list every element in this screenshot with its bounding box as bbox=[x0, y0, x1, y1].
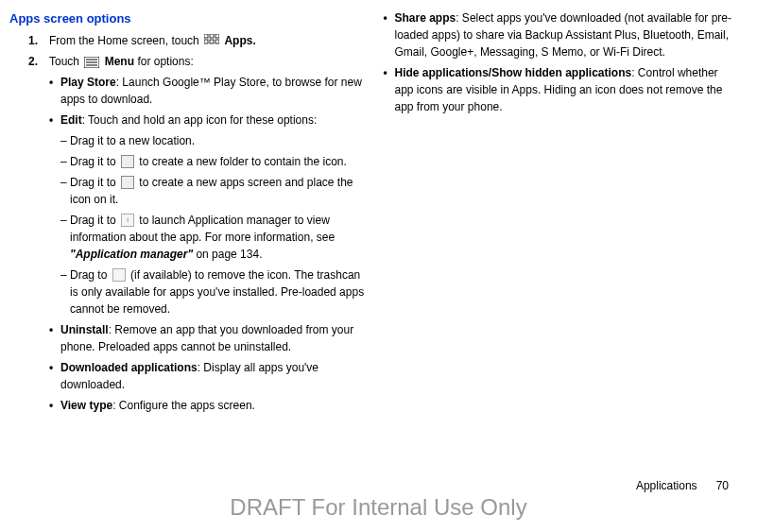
bullet-dot: • bbox=[49, 397, 60, 414]
edit-label: Edit bbox=[60, 113, 82, 127]
step-number: 2. bbox=[28, 53, 49, 70]
bullet-text: Play Store: Launch Google™ Play Store, t… bbox=[60, 74, 365, 108]
bullet-dot: • bbox=[384, 64, 395, 115]
trash-icon bbox=[112, 268, 126, 282]
shareapps-label: Share apps bbox=[395, 11, 456, 25]
bullet-hideapps: • Hide applications/Show hidden applicat… bbox=[384, 64, 739, 115]
app-manager-ref: "Application manager" bbox=[70, 248, 193, 261]
viewtype-text: : Configure the apps screen. bbox=[112, 399, 255, 412]
svg-rect-1 bbox=[210, 34, 214, 38]
svg-rect-2 bbox=[215, 34, 219, 38]
menu-label: Menu bbox=[105, 55, 134, 68]
bullet-dot: • bbox=[49, 321, 60, 355]
right-column: • Share apps: Select apps you've downloa… bbox=[384, 9, 739, 418]
section-title: Apps screen options bbox=[9, 9, 365, 28]
bullet-text: Uninstall: Remove an app that you downlo… bbox=[60, 321, 365, 355]
edit-text: : Touch and hold an app icon for these o… bbox=[82, 113, 318, 127]
step2-prefix: Touch bbox=[49, 55, 82, 68]
page-icon bbox=[121, 176, 134, 189]
bullet-play-store: • Play Store: Launch Google™ Play Store,… bbox=[49, 74, 365, 108]
svg-rect-5 bbox=[215, 40, 219, 43]
sub-text: Drag it to i to launch Application manag… bbox=[70, 212, 365, 263]
sub-dash: – bbox=[60, 266, 70, 317]
bullet-text: Share apps: Select apps you've downloade… bbox=[395, 9, 739, 60]
sub-dash: – bbox=[60, 174, 70, 208]
svg-rect-4 bbox=[210, 40, 214, 43]
folder-icon bbox=[121, 155, 134, 168]
downloaded-label: Downloaded applications bbox=[60, 361, 198, 374]
playstore-label: Play Store bbox=[60, 76, 116, 89]
svg-rect-0 bbox=[204, 34, 208, 38]
apps-label: Apps. bbox=[224, 34, 255, 47]
apps-grid-icon bbox=[204, 34, 219, 47]
sub-drag-app-manager: – Drag it to i to launch Application man… bbox=[60, 212, 365, 263]
bullet-dot: • bbox=[49, 359, 60, 393]
step-2: 2. Touch Menu for options: bbox=[28, 53, 365, 70]
watermark: DRAFT For Internal Use Only bbox=[0, 490, 757, 524]
sub-text: Drag to (if available) to remove the ico… bbox=[70, 266, 365, 317]
sub-drag-new-location: – Drag it to a new location. bbox=[60, 132, 365, 149]
info-icon: i bbox=[121, 214, 134, 227]
sub-drag-new-screen: – Drag it to to create a new apps screen… bbox=[60, 174, 365, 208]
left-column: Apps screen options 1. From the Home scr… bbox=[9, 9, 365, 418]
sub-text: Drag it to to create a new apps screen a… bbox=[70, 174, 365, 208]
step-1: 1. From the Home screen, touch Apps. bbox=[28, 32, 365, 49]
step1-prefix: From the Home screen, touch bbox=[49, 34, 202, 47]
sub-drag-folder: – Drag it to to create a new folder to c… bbox=[60, 153, 365, 170]
sub-text: Drag it to a new location. bbox=[70, 132, 365, 149]
bullet-edit: • Edit: Touch and hold an app icon for t… bbox=[49, 112, 365, 129]
sub-drag-trash: – Drag to (if available) to remove the i… bbox=[60, 266, 365, 317]
uninstall-label: Uninstall bbox=[60, 323, 109, 336]
step2-suffix: for options: bbox=[134, 55, 194, 68]
bullet-dot: • bbox=[49, 74, 60, 108]
bullet-text: View type: Configure the apps screen. bbox=[60, 397, 365, 414]
hideapps-label: Hide applications/Show hidden applicatio… bbox=[395, 66, 632, 79]
sub4d: on page 134. bbox=[193, 248, 262, 261]
step-text: Touch Menu for options: bbox=[49, 53, 365, 70]
svg-rect-3 bbox=[204, 40, 208, 43]
bullet-uninstall: • Uninstall: Remove an app that you down… bbox=[49, 321, 365, 355]
bullet-text: Hide applications/Show hidden applicatio… bbox=[395, 64, 739, 115]
sub-text: Drag it to to create a new folder to con… bbox=[70, 153, 365, 170]
menu-icon bbox=[84, 56, 99, 67]
sub5a: Drag to bbox=[70, 268, 111, 282]
bullet-text: Edit: Touch and hold an app icon for the… bbox=[60, 112, 365, 129]
bullet-viewtype: • View type: Configure the apps screen. bbox=[49, 397, 365, 414]
step-text: From the Home screen, touch Apps. bbox=[49, 32, 365, 49]
sub3a: Drag it to bbox=[70, 176, 119, 189]
viewtype-label: View type bbox=[60, 399, 112, 412]
bullet-shareapps: • Share apps: Select apps you've downloa… bbox=[384, 9, 739, 60]
sub-dash: – bbox=[60, 153, 70, 170]
bullet-dot: • bbox=[49, 112, 60, 129]
bullet-downloaded: • Downloaded applications: Display all a… bbox=[49, 359, 365, 393]
sub-dash: – bbox=[60, 212, 70, 263]
sub2a: Drag it to bbox=[70, 155, 119, 168]
step-number: 1. bbox=[28, 32, 49, 49]
sub4a: Drag it to bbox=[70, 214, 119, 227]
bullet-text: Downloaded applications: Display all app… bbox=[60, 359, 365, 393]
sub-dash: – bbox=[60, 132, 70, 149]
bullet-dot: • bbox=[384, 9, 395, 60]
sub2b: to create a new folder to contain the ic… bbox=[136, 155, 347, 168]
